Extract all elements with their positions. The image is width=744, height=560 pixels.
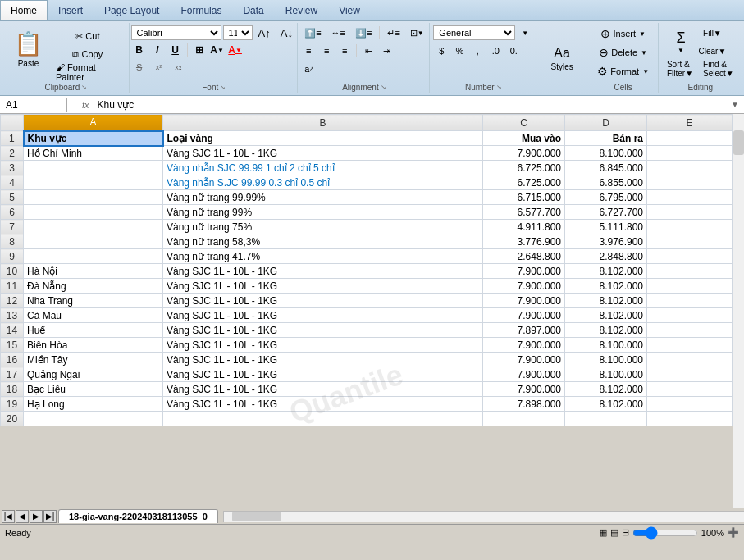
autosum-button[interactable]: Σ▼ [670, 27, 691, 57]
cell-d14[interactable]: 8.102.000 [565, 323, 647, 338]
number-expand-button[interactable]: ▼ [517, 25, 533, 41]
cell-d1[interactable]: Bán ra [565, 131, 647, 146]
cell-b15[interactable]: Vàng SJC 1L - 10L - 1KG [163, 338, 483, 353]
cell-e2[interactable] [647, 146, 733, 161]
cell-a20[interactable] [24, 412, 163, 426]
tab-page-layout[interactable]: Page Layout [94, 0, 170, 20]
cell-e3[interactable] [647, 161, 733, 175]
row-header-17[interactable]: 17 [1, 367, 24, 382]
row-header-20[interactable]: 20 [1, 412, 24, 426]
decrease-decimal-button[interactable]: 0. [505, 43, 522, 59]
view-normal-icon[interactable]: ▦ [599, 527, 607, 538]
cell-d7[interactable]: 5.111.800 [565, 220, 647, 234]
cell-e17[interactable] [647, 367, 733, 382]
alignment-expand-icon[interactable]: ↘ [381, 84, 386, 91]
cell-a15[interactable]: Biên Hòa [24, 338, 163, 353]
cell-reference-input[interactable] [2, 98, 67, 112]
sheet-last-button[interactable]: ▶| [43, 510, 57, 523]
row-header-4[interactable]: 4 [1, 175, 24, 190]
row-header-16[interactable]: 16 [1, 353, 24, 367]
cell-a6[interactable] [24, 205, 163, 220]
comma-button[interactable]: , [469, 43, 486, 59]
cell-a9[interactable] [24, 249, 163, 264]
cell-c18[interactable]: 7.900.000 [483, 382, 565, 397]
row-header-1[interactable]: 1 [1, 131, 24, 146]
sheet-prev-button[interactable]: ◀ [16, 510, 29, 523]
cell-b4[interactable]: Vàng nhẫn S.JC 99.99 0.3 chỉ 0.5 chỉ [163, 175, 483, 190]
superscript-button[interactable]: x² [151, 59, 167, 75]
cell-c12[interactable]: 7.900.000 [483, 294, 565, 308]
cell-e10[interactable] [647, 264, 733, 279]
cell-d9[interactable]: 2.848.800 [565, 249, 647, 264]
cell-b6[interactable]: Vàng nữ trang 99% [163, 205, 483, 220]
insert-button[interactable]: ⊕ Insert▼ [595, 25, 650, 43]
view-break-icon[interactable]: ⊟ [622, 527, 629, 538]
cell-e13[interactable] [647, 308, 733, 323]
row-header-18[interactable]: 18 [1, 382, 24, 397]
cell-b11[interactable]: Vàng SJC 1L - 10L - 1KG [163, 279, 483, 294]
format-painter-button[interactable]: 🖌 Format Painter [52, 64, 124, 80]
cell-a12[interactable]: Nha Trang [24, 294, 163, 308]
clipboard-expand-icon[interactable]: ↘ [81, 84, 87, 91]
tab-review[interactable]: Review [275, 0, 328, 20]
cell-e15[interactable] [647, 338, 733, 353]
zoom-slider[interactable] [632, 527, 698, 539]
percent-button[interactable]: % [451, 43, 468, 59]
cell-e7[interactable] [647, 220, 733, 234]
sheet-first-button[interactable]: |◀ [2, 510, 15, 523]
orientation-button[interactable]: a↗ [300, 61, 318, 77]
cell-c14[interactable]: 7.897.000 [483, 323, 565, 338]
row-header-10[interactable]: 10 [1, 264, 24, 279]
row-header-8[interactable]: 8 [1, 234, 24, 249]
cell-a2[interactable]: Hồ Chí Minh [24, 146, 163, 161]
cell-d10[interactable]: 8.102.000 [565, 264, 647, 279]
cell-b8[interactable]: Vàng nữ trang 58,3% [163, 234, 483, 249]
cell-d20[interactable] [565, 412, 647, 426]
bold-button[interactable]: B [131, 43, 148, 57]
zoom-in-icon[interactable]: ➕ [728, 527, 739, 538]
copy-button[interactable]: ⧉ Copy [52, 46, 124, 62]
cell-b2[interactable]: Vàng SJC 1L - 10L - 1KG [163, 146, 483, 161]
cell-c6[interactable]: 6.577.700 [483, 205, 565, 220]
cell-b12[interactable]: Vàng SJC 1L - 10L - 1KG [163, 294, 483, 308]
cell-b19[interactable]: Vàng SJC 1L - 10L - 1KG [163, 397, 483, 412]
align-middle-button[interactable]: ↔≡ [327, 25, 349, 41]
decrease-indent-button[interactable]: ⇤ [360, 43, 377, 59]
cell-c2[interactable]: 7.900.000 [483, 146, 565, 161]
cell-b5[interactable]: Vàng nữ trang 99.99% [163, 190, 483, 205]
cell-d3[interactable]: 6.845.000 [565, 161, 647, 175]
increase-decimal-button[interactable]: .0 [487, 43, 504, 59]
align-right-button[interactable]: ≡ [336, 43, 353, 59]
cell-b18[interactable]: Vàng SJC 1L - 10L - 1KG [163, 382, 483, 397]
cell-c7[interactable]: 4.911.800 [483, 220, 565, 234]
cell-e4[interactable] [647, 175, 733, 190]
cell-d15[interactable]: 8.100.000 [565, 338, 647, 353]
tab-insert[interactable]: Insert [48, 0, 94, 20]
cell-b13[interactable]: Vàng SJC 1L - 10L - 1KG [163, 308, 483, 323]
tab-data[interactable]: Data [232, 0, 274, 20]
cell-c8[interactable]: 3.776.900 [483, 234, 565, 249]
row-header-15[interactable]: 15 [1, 338, 24, 353]
view-layout-icon[interactable]: ▤ [610, 527, 618, 538]
cell-a16[interactable]: Miền Tây [24, 353, 163, 367]
cell-c5[interactable]: 6.715.000 [483, 190, 565, 205]
fill-button[interactable]: Fill▼ [695, 25, 731, 41]
cell-d2[interactable]: 8.100.000 [565, 146, 647, 161]
find-select-button[interactable]: Find &Select▼ [699, 61, 738, 77]
cell-e20[interactable] [647, 412, 733, 426]
cell-a10[interactable]: Hà Nội [24, 264, 163, 279]
cell-a1[interactable]: Khu vực [24, 131, 163, 146]
cell-d19[interactable]: 8.102.000 [565, 397, 647, 412]
number-format-select[interactable]: General [433, 25, 515, 40]
align-top-button[interactable]: ⬆️≡ [300, 25, 325, 41]
cell-c3[interactable]: 6.725.000 [483, 161, 565, 175]
row-header-11[interactable]: 11 [1, 279, 24, 294]
align-bottom-button[interactable]: ⬇️≡ [351, 25, 376, 41]
cell-d17[interactable]: 8.100.000 [565, 367, 647, 382]
row-header-7[interactable]: 7 [1, 220, 24, 234]
cell-c10[interactable]: 7.900.000 [483, 264, 565, 279]
cell-b14[interactable]: Vàng SJC 1L - 10L - 1KG [163, 323, 483, 338]
cell-e19[interactable] [647, 397, 733, 412]
decrease-font-button[interactable]: A↓ [276, 25, 297, 41]
cell-b3[interactable]: Vàng nhẫn SJC 99.99 1 chỉ 2 chỉ 5 chỉ [163, 161, 483, 175]
